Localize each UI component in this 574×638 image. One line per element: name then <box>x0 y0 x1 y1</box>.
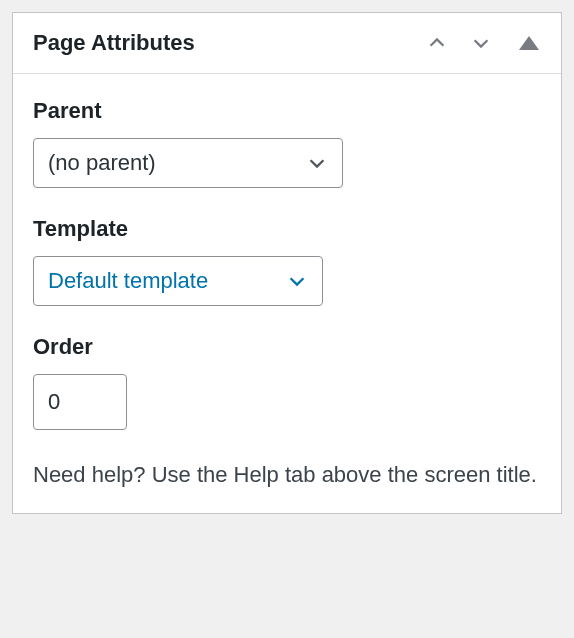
parent-select-value: (no parent) <box>48 150 156 176</box>
chevron-down-icon <box>306 152 328 174</box>
move-down-button[interactable] <box>465 27 497 59</box>
panel-controls <box>421 27 541 59</box>
triangle-up-icon <box>519 36 539 50</box>
chevron-up-icon <box>426 32 448 54</box>
toggle-panel-button[interactable] <box>509 27 541 59</box>
chevron-down-icon <box>470 32 492 54</box>
order-input[interactable] <box>33 374 127 430</box>
panel-body: Parent (no parent) Template Default temp… <box>13 74 561 513</box>
parent-select[interactable]: (no parent) <box>33 138 343 188</box>
template-field-group: Template Default template <box>33 216 541 306</box>
template-label: Template <box>33 216 541 242</box>
template-select[interactable]: Default template <box>33 256 323 306</box>
chevron-down-icon <box>286 270 308 292</box>
template-select-value: Default template <box>48 268 208 294</box>
order-field-group: Order <box>33 334 541 430</box>
page-attributes-panel: Page Attributes Parent (no parent) <box>12 12 562 514</box>
order-label: Order <box>33 334 541 360</box>
panel-title: Page Attributes <box>33 30 195 56</box>
parent-label: Parent <box>33 98 541 124</box>
help-text: Need help? Use the Help tab above the sc… <box>33 458 541 491</box>
panel-header: Page Attributes <box>13 13 561 74</box>
move-up-button[interactable] <box>421 27 453 59</box>
parent-field-group: Parent (no parent) <box>33 98 541 188</box>
